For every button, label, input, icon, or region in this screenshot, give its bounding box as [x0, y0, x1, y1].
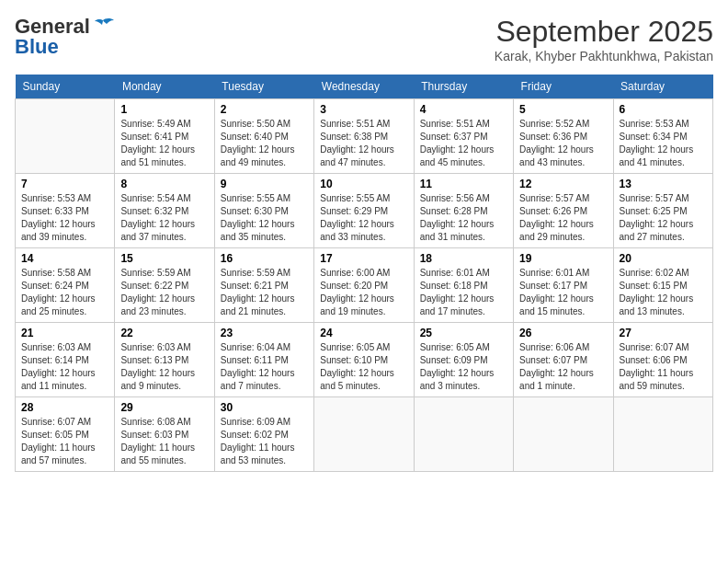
day-info: Sunrise: 5:57 AMSunset: 6:25 PMDaylight:…: [620, 192, 707, 244]
day-info: Sunrise: 6:00 AMSunset: 6:20 PMDaylight:…: [320, 267, 407, 318]
day-number: 12: [519, 178, 607, 190]
weekday-header: Monday: [115, 75, 214, 99]
calendar-day-cell: 21Sunrise: 6:03 AMSunset: 6:14 PMDayligh…: [16, 323, 115, 397]
calendar-week-row: 21Sunrise: 6:03 AMSunset: 6:14 PMDayligh…: [16, 323, 713, 397]
day-info: Sunrise: 6:02 AMSunset: 6:15 PMDaylight:…: [620, 267, 707, 318]
calendar-day-cell: [314, 397, 414, 472]
calendar-day-cell: 10Sunrise: 5:55 AMSunset: 6:29 PMDayligh…: [314, 174, 414, 248]
day-info: Sunrise: 5:51 AMSunset: 6:38 PMDaylight:…: [320, 118, 407, 169]
day-number: 5: [519, 103, 607, 116]
weekday-header: Tuesday: [214, 75, 313, 99]
calendar-day-cell: 9Sunrise: 5:55 AMSunset: 6:30 PMDaylight…: [214, 174, 313, 248]
weekday-header: Sunday: [16, 75, 115, 99]
logo: General Blue: [15, 15, 116, 59]
calendar-day-cell: 18Sunrise: 6:01 AMSunset: 6:18 PMDayligh…: [414, 248, 513, 323]
page-header: General Blue September 2025 Karak, Khybe…: [15, 15, 713, 63]
day-info: Sunrise: 5:57 AMSunset: 6:26 PMDaylight:…: [519, 192, 607, 244]
calendar-day-cell: 16Sunrise: 5:59 AMSunset: 6:21 PMDayligh…: [214, 248, 313, 323]
title-block: September 2025 Karak, Khyber Pakhtunkhwa…: [495, 15, 713, 63]
calendar-day-cell: 12Sunrise: 5:57 AMSunset: 6:26 PMDayligh…: [514, 174, 613, 248]
calendar-day-cell: 24Sunrise: 6:05 AMSunset: 6:10 PMDayligh…: [314, 323, 414, 397]
day-info: Sunrise: 6:07 AMSunset: 6:06 PMDaylight:…: [620, 341, 707, 393]
day-number: 28: [21, 401, 108, 414]
day-info: Sunrise: 5:49 AMSunset: 6:41 PMDaylight:…: [120, 118, 208, 169]
calendar-day-cell: 30Sunrise: 6:09 AMSunset: 6:02 PMDayligh…: [214, 397, 313, 472]
day-info: Sunrise: 6:01 AMSunset: 6:17 PMDaylight:…: [519, 267, 607, 318]
calendar-day-cell: 20Sunrise: 6:02 AMSunset: 6:15 PMDayligh…: [613, 248, 712, 323]
day-info: Sunrise: 6:01 AMSunset: 6:18 PMDaylight:…: [420, 267, 507, 318]
day-info: Sunrise: 6:03 AMSunset: 6:13 PMDaylight:…: [120, 341, 208, 393]
day-number: 25: [420, 327, 507, 339]
day-number: 14: [21, 252, 108, 265]
calendar-day-cell: 5Sunrise: 5:52 AMSunset: 6:36 PMDaylight…: [514, 99, 613, 174]
day-number: 15: [120, 252, 208, 265]
calendar-day-cell: 23Sunrise: 6:04 AMSunset: 6:11 PMDayligh…: [214, 323, 313, 397]
month-title: September 2025: [495, 15, 713, 49]
day-info: Sunrise: 6:09 AMSunset: 6:02 PMDaylight:…: [221, 416, 308, 467]
calendar-week-row: 7Sunrise: 5:53 AMSunset: 6:33 PMDaylight…: [16, 174, 713, 248]
day-info: Sunrise: 5:54 AMSunset: 6:32 PMDaylight:…: [120, 192, 208, 244]
location: Karak, Khyber Pakhtunkhwa, Pakistan: [495, 49, 713, 63]
calendar-day-cell: [514, 397, 613, 472]
day-number: 9: [221, 178, 308, 190]
day-number: 8: [120, 178, 208, 190]
calendar-day-cell: 17Sunrise: 6:00 AMSunset: 6:20 PMDayligh…: [314, 248, 414, 323]
calendar-day-cell: 13Sunrise: 5:57 AMSunset: 6:25 PMDayligh…: [613, 174, 712, 248]
calendar-day-cell: [16, 99, 115, 174]
day-info: Sunrise: 5:55 AMSunset: 6:29 PMDaylight:…: [320, 192, 407, 244]
day-number: 3: [320, 103, 407, 116]
calendar-day-cell: 26Sunrise: 6:06 AMSunset: 6:07 PMDayligh…: [514, 323, 613, 397]
day-number: 16: [221, 252, 308, 265]
calendar-day-cell: 25Sunrise: 6:05 AMSunset: 6:09 PMDayligh…: [414, 323, 513, 397]
day-info: Sunrise: 5:52 AMSunset: 6:36 PMDaylight:…: [519, 118, 607, 169]
day-info: Sunrise: 5:53 AMSunset: 6:34 PMDaylight:…: [620, 118, 707, 169]
day-number: 1: [120, 103, 208, 116]
weekday-header: Thursday: [414, 75, 513, 99]
day-info: Sunrise: 6:08 AMSunset: 6:03 PMDaylight:…: [120, 416, 208, 467]
calendar-day-cell: 2Sunrise: 5:50 AMSunset: 6:40 PMDaylight…: [214, 99, 313, 174]
day-number: 30: [221, 401, 308, 414]
day-info: Sunrise: 5:55 AMSunset: 6:30 PMDaylight:…: [221, 192, 308, 244]
calendar-day-cell: 15Sunrise: 5:59 AMSunset: 6:22 PMDayligh…: [115, 248, 214, 323]
calendar-day-cell: 8Sunrise: 5:54 AMSunset: 6:32 PMDaylight…: [115, 174, 214, 248]
calendar-day-cell: 14Sunrise: 5:58 AMSunset: 6:24 PMDayligh…: [16, 248, 115, 323]
calendar-day-cell: 7Sunrise: 5:53 AMSunset: 6:33 PMDaylight…: [16, 174, 115, 248]
day-number: 29: [120, 401, 208, 414]
day-number: 27: [620, 327, 707, 339]
day-number: 19: [519, 252, 607, 265]
day-number: 10: [320, 178, 407, 190]
day-info: Sunrise: 6:05 AMSunset: 6:09 PMDaylight:…: [420, 341, 507, 393]
calendar-week-row: 14Sunrise: 5:58 AMSunset: 6:24 PMDayligh…: [16, 248, 713, 323]
day-number: 18: [420, 252, 507, 265]
day-number: 11: [420, 178, 507, 190]
calendar-day-cell: 11Sunrise: 5:56 AMSunset: 6:28 PMDayligh…: [414, 174, 513, 248]
calendar-day-cell: 29Sunrise: 6:08 AMSunset: 6:03 PMDayligh…: [115, 397, 214, 472]
calendar-day-cell: 1Sunrise: 5:49 AMSunset: 6:41 PMDaylight…: [115, 99, 214, 174]
day-number: 7: [21, 178, 108, 190]
day-number: 24: [320, 327, 407, 339]
day-info: Sunrise: 5:59 AMSunset: 6:22 PMDaylight:…: [120, 267, 208, 318]
day-info: Sunrise: 6:05 AMSunset: 6:10 PMDaylight:…: [320, 341, 407, 393]
day-info: Sunrise: 5:50 AMSunset: 6:40 PMDaylight:…: [221, 118, 308, 169]
day-info: Sunrise: 5:53 AMSunset: 6:33 PMDaylight:…: [21, 192, 108, 244]
calendar-week-row: 1Sunrise: 5:49 AMSunset: 6:41 PMDaylight…: [16, 99, 713, 174]
weekday-header-row: SundayMondayTuesdayWednesdayThursdayFrid…: [16, 75, 713, 99]
day-number: 20: [620, 252, 707, 265]
day-number: 6: [620, 103, 707, 116]
calendar-day-cell: 27Sunrise: 6:07 AMSunset: 6:06 PMDayligh…: [613, 323, 712, 397]
calendar-day-cell: 3Sunrise: 5:51 AMSunset: 6:38 PMDaylight…: [314, 99, 414, 174]
day-number: 4: [420, 103, 507, 116]
calendar-week-row: 28Sunrise: 6:07 AMSunset: 6:05 PMDayligh…: [16, 397, 713, 472]
weekday-header: Friday: [514, 75, 613, 99]
day-number: 23: [221, 327, 308, 339]
day-info: Sunrise: 6:07 AMSunset: 6:05 PMDaylight:…: [21, 416, 108, 467]
calendar-table: SundayMondayTuesdayWednesdayThursdayFrid…: [15, 75, 713, 472]
day-number: 22: [120, 327, 208, 339]
day-info: Sunrise: 5:51 AMSunset: 6:37 PMDaylight:…: [420, 118, 507, 169]
weekday-header: Wednesday: [314, 75, 414, 99]
calendar-day-cell: 28Sunrise: 6:07 AMSunset: 6:05 PMDayligh…: [16, 397, 115, 472]
weekday-header: Saturday: [613, 75, 712, 99]
day-number: 26: [519, 327, 607, 339]
calendar-day-cell: 22Sunrise: 6:03 AMSunset: 6:13 PMDayligh…: [115, 323, 214, 397]
calendar-day-cell: 19Sunrise: 6:01 AMSunset: 6:17 PMDayligh…: [514, 248, 613, 323]
